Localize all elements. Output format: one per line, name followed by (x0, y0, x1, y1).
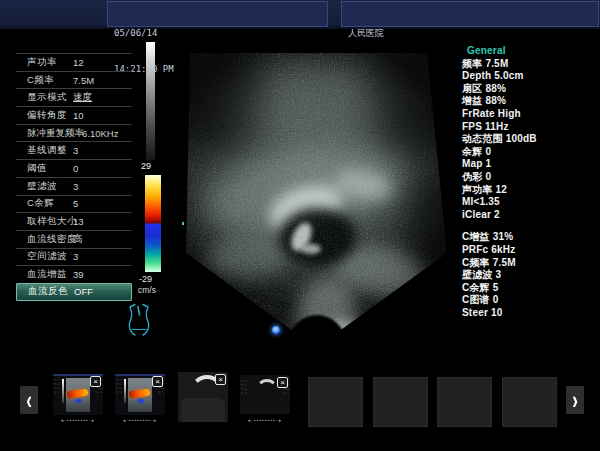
thumb-left-text: ·: ·. :· .· ·: .. :. ·. (241, 379, 249, 411)
param-row-color-gain[interactable]: 血流增益39 (16, 265, 132, 283)
param-value: 3 (73, 251, 78, 262)
thumb-doppler-flow (129, 388, 151, 398)
param-row-c-frequency[interactable]: C频率7.5M (16, 71, 132, 89)
param-label: 空间滤波 (27, 250, 67, 263)
chevron-right-icon: › (572, 387, 578, 413)
param-row-spatial-filter[interactable]: 空间滤波3 (16, 248, 132, 266)
info-line: Steer 10 (462, 307, 597, 320)
thumbnail-doppler-1[interactable]: ·: ·. :· .· ·: .. :. ·. ·: ·. :· .· ·: .… (53, 374, 103, 415)
probe-notch (288, 315, 346, 373)
param-value: OFF (74, 286, 93, 297)
preset-label: General (462, 45, 597, 58)
param-label: 基线调整 (27, 144, 67, 157)
close-icon[interactable]: × (215, 374, 226, 385)
date-text: 05/06/14 (114, 27, 327, 39)
datetime-box: 05/06/14 14:21:00 PM (107, 1, 328, 27)
param-value: 5 (73, 198, 78, 209)
param-row-threshold[interactable]: 阈值0 (16, 159, 132, 177)
thumbnail-caption: ◂·▪▪▪▪▪▪▪▪·▸ (53, 417, 103, 423)
param-row-packet-size[interactable]: 取样包大小13 (16, 212, 132, 230)
thumbnail-empty-slot (502, 377, 557, 427)
param-value: 速度 (73, 91, 92, 104)
param-row-display-mode[interactable]: 显示模式速度 (16, 88, 132, 106)
hospital-name: 人民医院 (348, 27, 598, 39)
thumb-doppler-flow-blue (137, 399, 144, 403)
close-icon[interactable]: × (277, 377, 288, 388)
param-label: 声功率 (27, 56, 57, 69)
param-label: 血流增益 (27, 268, 67, 281)
body-mark-icon (126, 303, 152, 341)
ultrasound-image[interactable] (183, 52, 449, 348)
parameter-panel: 声功率12 C频率7.5M 显示模式速度 偏转角度10 脉冲重复频率6.10KH… (16, 53, 132, 301)
param-row-c-persistence[interactable]: C余辉5 (16, 195, 132, 213)
param-label: 阈值 (27, 162, 47, 175)
param-value: 39 (73, 269, 84, 280)
param-label: C频率 (27, 74, 54, 87)
info-line: 声功率 12 (462, 184, 597, 197)
thumb-image (128, 378, 152, 412)
info-line: 伪彩 0 (462, 171, 597, 184)
info-line: FrRate High (462, 108, 597, 121)
title-bar: 05/06/14 14:21:00 PM 人民医院 L14-5/38 (0, 0, 600, 29)
hospital-box: 人民医院 L14-5/38 (341, 1, 599, 27)
param-value: 0 (73, 163, 78, 174)
info-line: PRFc 6kHz (462, 244, 597, 257)
info-line: 壁滤波 3 (462, 269, 597, 282)
param-label: 偏转角度 (27, 109, 67, 122)
param-row-color-invert-selected[interactable]: 血流反色OFF (16, 283, 132, 301)
info-line: iClear 2 (462, 209, 597, 222)
thumb-doppler-flow-blue (75, 399, 82, 403)
param-value: 3 (73, 145, 78, 156)
param-row-steer-angle[interactable]: 偏转角度10 (16, 106, 132, 124)
thumbnail-empty-slot (437, 377, 492, 427)
thumb-image (66, 378, 90, 412)
param-row-prf[interactable]: 脉冲重复频率6.10KHz (16, 124, 132, 142)
image-info-panel: General 频率 7.5M Depth 5.0cm 扇区 88% 增益 88… (462, 45, 597, 319)
param-value: 12 (73, 57, 84, 68)
param-value: 13 (73, 216, 84, 227)
velocity-unit-label: cm/s (138, 285, 156, 295)
info-line: Map 1 (462, 158, 597, 171)
thumbnail-bmode-1[interactable]: × (178, 372, 228, 422)
thumb-graybar (124, 379, 126, 403)
close-icon[interactable]: × (152, 376, 163, 387)
param-label: 血流线密度 (27, 233, 77, 246)
chevron-left-icon: ‹ (26, 387, 32, 413)
close-icon[interactable]: × (90, 376, 101, 387)
grayscale-bar (146, 42, 155, 160)
thumbnail-empty-slot (373, 377, 428, 427)
trackball-cursor-dot[interactable] (272, 326, 280, 334)
info-line: C增益 31% (462, 231, 597, 244)
color-info-section: C增益 31% PRFc 6kHz C频率 7.5M 壁滤波 3 C余辉 5 C… (462, 231, 597, 319)
thumb-sector-area (181, 398, 225, 422)
ultrasound-app-screen: 05/06/14 14:21:00 PM 人民医院 L14-5/38 声功率12… (0, 0, 600, 451)
param-row-wall-filter[interactable]: 壁滤波3 (16, 177, 132, 195)
thumb-left-text: ·: ·. :· .· ·: .. :. ·. (54, 378, 62, 412)
thumbnail-prev-button[interactable]: ‹ (20, 386, 38, 414)
doppler-color-bar (145, 175, 161, 272)
param-value: 10 (73, 110, 84, 121)
param-label: 取样包大小 (27, 215, 77, 228)
info-line: MI<1.35 (462, 196, 597, 209)
thumb-doppler-flow (67, 388, 89, 398)
param-row-acoustic-power[interactable]: 声功率12 (16, 53, 132, 71)
thumb-left-text: ·: ·. :· .· ·: .. :. ·. (116, 378, 124, 412)
param-row-baseline[interactable]: 基线调整3 (16, 141, 132, 159)
info-line: 动态范围 100dB (462, 133, 597, 146)
thumbnail-bmode-2[interactable]: ·: ·. :· .· ·: .. :. ·. ·: ·. :· .· ·: .… (240, 375, 290, 414)
thumbnail-doppler-2[interactable]: ·: ·. :· .· ·: .. :. ·. ·: ·. :· .· ·: .… (115, 374, 165, 415)
info-line: 余辉 0 (462, 146, 597, 159)
thumb-probe-arc (256, 379, 278, 401)
param-label: 显示模式 (27, 91, 67, 104)
focus-marker (182, 222, 184, 225)
info-line: Depth 5.0cm (462, 70, 597, 83)
param-label: C余辉 (27, 197, 54, 210)
thumbnail-next-button[interactable]: › (566, 386, 584, 414)
info-line: FPS 11Hz (462, 121, 597, 134)
thumbnail-caption: ◂·▪▪▪▪▪▪▪▪·▸ (115, 417, 165, 423)
thumbnail-empty-slot (308, 377, 363, 427)
param-value: 高 (73, 233, 83, 246)
param-row-line-density[interactable]: 血流线密度高 (16, 230, 132, 248)
info-line: C余辉 5 (462, 282, 597, 295)
velocity-max-label: 29 (141, 161, 151, 171)
